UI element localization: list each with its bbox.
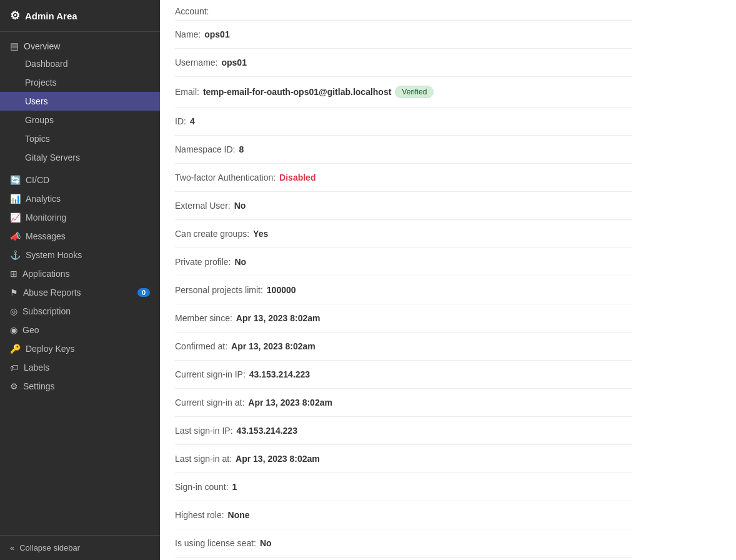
current-signin-at-value: Apr 13, 2023 8:02am [248,398,332,408]
admin-icon: ⚙ [10,9,20,22]
highest-role-value: None [228,510,250,520]
monitoring-icon: 📈 [10,212,21,222]
sidebar-item-geo[interactable]: ◉ Geo [0,321,160,339]
ldap-uid-row: LDAP uid: cn=ops01,cn=ops,ou=gitlab-ou,d… [175,558,632,560]
projects-limit-value: 100000 [267,285,296,295]
account-label: Account: [175,6,209,16]
username-row: Username: ops01 [175,49,632,77]
sidebar-header: ⚙ Admin Area [0,0,160,32]
namespace-id-row: Namespace ID: 8 [175,136,632,164]
sidebar-item-monitoring[interactable]: 📈 Monitoring [0,208,160,227]
overview-section: ▤ Overview Dashboard Projects Users Grou… [0,32,160,171]
external-user-row: External User: No [175,192,632,220]
last-signin-ip-row: Last sign-in IP: 43.153.214.223 [175,417,632,445]
private-profile-value: No [234,257,246,267]
member-since-row: Member since: Apr 13, 2023 8:02am [175,304,632,332]
account-row: Account: [175,0,632,21]
last-signin-ip-value: 43.153.214.223 [237,426,297,436]
private-profile-row: Private profile: No [175,248,632,276]
id-row: ID: 4 [175,108,632,136]
abuse-reports-icon: ⚑ [10,288,18,298]
collapse-icon: « [10,543,14,552]
analytics-icon: 📊 [10,194,21,204]
signin-count-row: Sign-in count: 1 [175,473,632,501]
member-since-value: Apr 13, 2023 8:02am [236,313,321,323]
sidebar-item-projects[interactable]: Projects [0,73,160,92]
can-create-groups-value: Yes [253,229,268,239]
overview-label: Overview [24,41,60,51]
name-value: ops01 [204,29,229,39]
geo-icon: ◉ [10,325,17,335]
email-row: Email: temp-email-for-oauth-ops01@gitlab… [175,77,632,108]
labels-icon: 🏷 [10,362,19,372]
abuse-reports-badge: 0 [137,288,150,297]
sidebar-title: Admin Area [25,11,77,21]
two-factor-row: Two-factor Authentication: Disabled [175,164,632,192]
sidebar-item-users[interactable]: Users [0,92,160,111]
deploy-keys-icon: 🔑 [10,344,21,354]
subscription-icon: ◎ [10,306,17,316]
license-seat-value: No [260,538,272,548]
sidebar-item-topics[interactable]: Topics [0,129,160,148]
sidebar-item-labels[interactable]: 🏷 Labels [0,358,160,377]
sidebar: ⚙ Admin Area ▤ Overview Dashboard Projec… [0,0,160,560]
settings-icon: ⚙ [10,381,18,391]
sidebar-item-subscription[interactable]: ◎ Subscription [0,302,160,321]
verified-badge: Verified [395,86,434,98]
two-factor-value: Disabled [279,172,316,182]
sidebar-item-analytics[interactable]: 📊 Analytics [0,189,160,208]
username-value: ops01 [221,58,246,68]
namespace-id-value: 8 [239,144,244,154]
sidebar-item-cicd[interactable]: 🔄 CI/CD [0,171,160,189]
sidebar-item-system-hooks[interactable]: ⚓ System Hooks [0,246,160,264]
signin-count-value: 1 [232,482,237,492]
last-signin-at-row: Last sign-in at: Apr 13, 2023 8:02am [175,445,632,473]
overview-icon: ▤ [10,41,19,52]
user-detail-panel: Account: Name: ops01 Username: ops01 Ema… [160,0,647,560]
main-content: Account: Name: ops01 Username: ops01 Ema… [160,0,736,560]
sidebar-item-dashboard[interactable]: Dashboard [0,54,160,73]
applications-icon: ⊞ [10,269,17,279]
name-row: Name: ops01 [175,21,632,49]
confirmed-at-value: Apr 13, 2023 8:02am [231,341,316,351]
sidebar-item-messages[interactable]: 📣 Messages [0,227,160,246]
highest-role-row: Highest role: None [175,501,632,529]
email-value: temp-email-for-oauth-ops01@gitlab.localh… [203,87,391,97]
sidebar-item-abuse-reports[interactable]: ⚑ Abuse Reports 0 [0,283,160,302]
system-hooks-icon: ⚓ [10,250,21,260]
overview-group[interactable]: ▤ Overview [0,36,160,54]
cicd-icon: 🔄 [10,175,21,185]
sidebar-item-deploy-keys[interactable]: 🔑 Deploy Keys [0,339,160,358]
license-seat-row: Is using license seat: No [175,529,632,558]
can-create-groups-row: Can create groups: Yes [175,220,632,248]
sidebar-item-gitaly-servers[interactable]: Gitaly Servers [0,148,160,167]
sidebar-item-settings[interactable]: ⚙ Settings [0,377,160,396]
current-signin-ip-value: 43.153.214.223 [249,369,310,379]
external-user-value: No [234,201,246,211]
projects-limit-row: Personal projects limit: 100000 [175,276,632,304]
messages-icon: 📣 [10,231,21,241]
sidebar-item-applications[interactable]: ⊞ Applications [0,264,160,283]
current-signin-at-row: Current sign-in at: Apr 13, 2023 8:02am [175,389,632,417]
current-signin-ip-row: Current sign-in IP: 43.153.214.223 [175,361,632,389]
collapse-sidebar-button[interactable]: « Collapse sidebar [0,535,160,560]
last-signin-at-value: Apr 13, 2023 8:02am [236,454,320,464]
id-value: 4 [190,116,195,126]
sidebar-item-groups[interactable]: Groups [0,111,160,129]
confirmed-at-row: Confirmed at: Apr 13, 2023 8:02am [175,332,632,361]
